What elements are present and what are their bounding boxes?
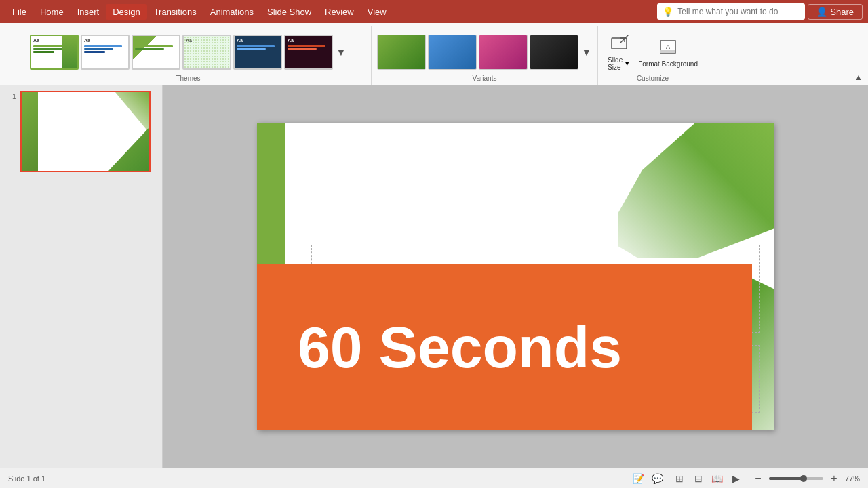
normal-view-button[interactable]: ⊞ xyxy=(671,470,688,487)
slide-size-dropdown-icon: ▼ xyxy=(624,60,630,67)
share-button[interactable]: 👤 Share xyxy=(808,4,863,20)
menu-view[interactable]: View xyxy=(361,4,393,20)
menu-bar: File Home Insert Design Transitions Anim… xyxy=(0,0,868,23)
svg-text:A: A xyxy=(666,43,670,50)
customize-content: SlideSize ▼ A Format Background xyxy=(604,26,702,75)
variants-scroll-down[interactable]: ▼ xyxy=(581,35,592,70)
canvas-area[interactable]: Click to add title subtitle 60 Seconds xyxy=(163,85,868,468)
menu-file[interactable]: File xyxy=(5,4,33,20)
menu-animations[interactable]: Animations xyxy=(203,4,260,20)
format-background-button[interactable]: A Format Background xyxy=(634,35,702,70)
status-icons: 📝 💬 xyxy=(631,470,666,487)
slide-thumbnail-1[interactable] xyxy=(20,91,151,172)
reading-view-button[interactable]: 📖 xyxy=(709,470,726,487)
status-bar: Slide 1 of 1 📝 💬 ⊞ ⊟ 📖 ▶ − + 77% xyxy=(0,468,868,488)
search-box[interactable]: 💡 xyxy=(657,3,805,20)
zoom-percent: 77% xyxy=(845,474,860,483)
ribbon-group-customize: SlideSize ▼ A Format Background Customiz… xyxy=(598,26,707,85)
slide-size-button[interactable]: SlideSize ▼ xyxy=(604,30,634,74)
slide-number: 1 xyxy=(5,92,16,100)
theme-1[interactable]: Aa xyxy=(30,35,79,70)
presentation-button[interactable]: ▶ xyxy=(728,470,745,487)
menu-home[interactable]: Home xyxy=(33,4,71,20)
orange-overlay: 60 Seconds xyxy=(257,264,752,430)
slide-count: Slide 1 of 1 xyxy=(8,474,45,483)
theme-5[interactable]: Aa xyxy=(233,35,282,70)
theme-2[interactable]: Aa xyxy=(81,35,130,70)
ribbon-group-variants: ▼ Variants xyxy=(372,26,598,85)
main-area: 1 Click to add title xyxy=(0,85,868,468)
theme-4[interactable]: Aa xyxy=(182,35,231,70)
menu-insert[interactable]: Insert xyxy=(71,4,106,20)
variants-label: Variants xyxy=(473,75,497,85)
slide-panel: 1 xyxy=(0,85,163,468)
variant-4[interactable] xyxy=(530,35,578,70)
theme-3[interactable]: Aa xyxy=(132,35,180,70)
zoom-out-button[interactable]: − xyxy=(750,470,766,487)
variant-3[interactable] xyxy=(479,35,528,70)
themes-content: Aa Aa xyxy=(30,26,347,75)
overlay-text: 60 Seconds xyxy=(298,314,622,381)
svg-rect-3 xyxy=(660,50,675,53)
menu-design[interactable]: Design xyxy=(106,4,146,20)
menu-review[interactable]: Review xyxy=(318,4,361,20)
slide-sorter-button[interactable]: ⊟ xyxy=(690,470,707,487)
slide-size-label: SlideSize xyxy=(608,56,623,71)
slide-size-icon xyxy=(610,35,629,54)
ribbon-collapse-button[interactable]: ▲ xyxy=(854,73,863,82)
customize-label: Customize xyxy=(637,75,669,85)
slide-item-1[interactable]: 1 xyxy=(5,91,157,172)
format-background-label: Format Background xyxy=(638,60,698,68)
themes-label: Themes xyxy=(176,75,200,85)
zoom-control: − + 77% xyxy=(750,470,860,487)
search-input[interactable] xyxy=(677,7,800,16)
themes-scroll-down[interactable]: ▼ xyxy=(336,35,347,70)
zoom-slider[interactable] xyxy=(769,477,823,480)
lightbulb-icon: 💡 xyxy=(663,7,673,17)
variants-content: ▼ xyxy=(377,26,592,75)
zoom-in-button[interactable]: + xyxy=(826,470,842,487)
comments-button[interactable]: 💬 xyxy=(650,470,666,487)
menu-slideshow[interactable]: Slide Show xyxy=(260,4,318,20)
menu-transitions[interactable]: Transitions xyxy=(147,4,203,20)
view-buttons: ⊞ ⊟ 📖 ▶ xyxy=(671,470,745,487)
format-background-icon: A xyxy=(658,39,677,58)
variant-2[interactable] xyxy=(428,35,477,70)
menu-right: 💡 👤 Share xyxy=(657,3,863,20)
ribbon: Aa Aa xyxy=(0,23,868,85)
notes-button[interactable]: 📝 xyxy=(631,470,647,487)
theme-6[interactable]: Aa xyxy=(284,35,333,70)
thumb-green-left xyxy=(22,92,38,171)
person-icon: 👤 xyxy=(816,7,827,17)
slide-canvas[interactable]: Click to add title subtitle 60 Seconds xyxy=(257,123,774,430)
themes-grid: Aa Aa xyxy=(30,35,333,70)
variant-1[interactable] xyxy=(377,35,426,70)
ribbon-group-themes: Aa Aa xyxy=(5,26,372,85)
variants-grid xyxy=(377,35,578,70)
